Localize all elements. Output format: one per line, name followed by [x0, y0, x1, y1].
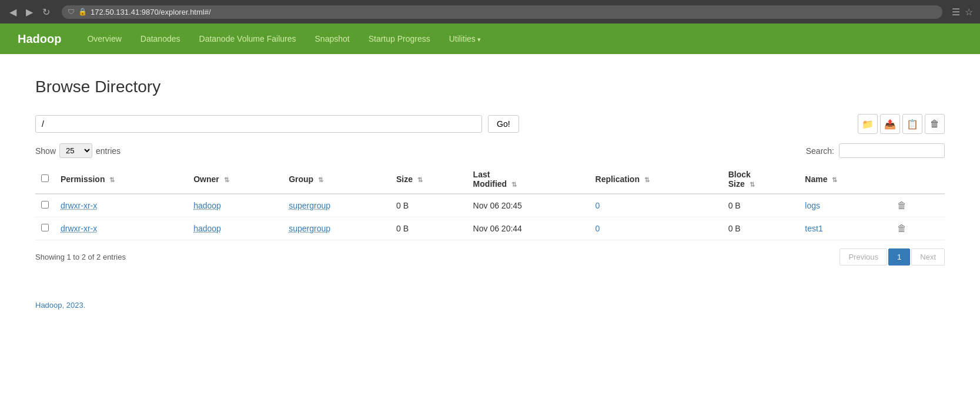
- row-owner-0: hadoop: [188, 194, 283, 217]
- footer: Hadoop, 2023.: [0, 289, 980, 333]
- star-icon[interactable]: ☆: [965, 6, 973, 18]
- forward-button[interactable]: ▶: [24, 4, 35, 20]
- row-checkbox-0[interactable]: [41, 201, 49, 209]
- row-name-1: test1: [799, 217, 888, 240]
- browser-chrome: ◀ ▶ ↻ 🛡 🔒 172.50.131.41:9870/explorer.ht…: [0, 0, 980, 23]
- replication-link-0[interactable]: 0: [596, 201, 600, 210]
- header-last-modified[interactable]: LastModified ⇅: [467, 165, 590, 194]
- action-icons: 📁 📤 📋 🗑: [858, 114, 945, 134]
- sort-name-icon: ⇅: [832, 176, 837, 183]
- trash-icon: 🗑: [930, 119, 939, 129]
- owner-value-1: hadoop: [193, 224, 221, 233]
- header-actions: [888, 165, 945, 194]
- row-last-modified-0: Nov 06 20:45: [467, 194, 590, 217]
- nav-item-snapshot[interactable]: Snapshot: [307, 31, 358, 47]
- permission-value-0: drwxr-xr-x: [61, 201, 97, 210]
- group-value-0: supergroup: [289, 201, 330, 210]
- main-content: Browse Directory Go! 📁 📤 📋 🗑 Show 10 2: [0, 54, 980, 289]
- header-size-label: Size: [396, 174, 413, 184]
- entries-select[interactable]: 10 25 50 100: [59, 143, 92, 158]
- header-name-label: Name: [805, 174, 827, 184]
- row-replication-0: 0: [590, 194, 723, 217]
- sort-owner-icon: ⇅: [224, 176, 229, 183]
- name-link-1[interactable]: test1: [805, 224, 822, 233]
- pagination-buttons: Previous 1 Next: [839, 248, 945, 266]
- nav-link-startup-progress[interactable]: Startup Progress: [360, 31, 439, 47]
- dir-controls: Go! 📁 📤 📋 🗑: [35, 114, 945, 134]
- row-group-0: supergroup: [283, 194, 390, 217]
- browser-actions: ☰ ☆: [952, 6, 973, 18]
- sort-permission-icon: ⇅: [109, 176, 115, 183]
- navbar-items: Overview Datanodes Datanode Volume Failu…: [79, 31, 489, 47]
- previous-button[interactable]: Previous: [839, 248, 887, 266]
- sort-replication-icon: ⇅: [644, 176, 650, 183]
- clipboard-icon-btn[interactable]: 🗑: [925, 114, 945, 134]
- row-name-0: logs: [799, 194, 888, 217]
- bookmark-list-icon[interactable]: ☰: [952, 6, 960, 18]
- row-delete-1: 🗑: [888, 217, 945, 240]
- table-header-row: Permission ⇅ Owner ⇅ Group ⇅ Size ⇅ Last…: [35, 165, 945, 194]
- row-replication-1: 0: [590, 217, 723, 240]
- nav-link-datanodes[interactable]: Datanodes: [132, 31, 189, 47]
- folder-icon-btn[interactable]: 📁: [858, 114, 878, 134]
- nav-item-startup-progress[interactable]: Startup Progress: [360, 31, 439, 47]
- address-bar: 🛡 🔒 172.50.131.41:9870/explorer.html#/: [62, 5, 942, 19]
- nav-link-utilities[interactable]: Utilities: [441, 31, 489, 47]
- row-checkbox-1[interactable]: [41, 224, 49, 231]
- group-value-1: supergroup: [289, 224, 330, 233]
- header-group[interactable]: Group ⇅: [283, 165, 390, 194]
- nav-link-snapshot[interactable]: Snapshot: [307, 31, 358, 47]
- name-link-0[interactable]: logs: [805, 201, 820, 210]
- sort-last-modified-icon: ⇅: [511, 181, 517, 188]
- nav-item-overview[interactable]: Overview: [79, 31, 129, 47]
- nav-item-datanodes[interactable]: Datanodes: [132, 31, 189, 47]
- go-button[interactable]: Go!: [488, 115, 519, 133]
- nav-item-utilities[interactable]: Utilities: [441, 31, 489, 47]
- nav-link-overview[interactable]: Overview: [79, 31, 129, 47]
- header-permission-label: Permission: [61, 174, 105, 184]
- header-block-size[interactable]: BlockSize ⇅: [723, 165, 800, 194]
- directory-table: Permission ⇅ Owner ⇅ Group ⇅ Size ⇅ Last…: [35, 165, 945, 240]
- nav-link-datanode-volume-failures[interactable]: Datanode Volume Failures: [191, 31, 305, 47]
- back-button[interactable]: ◀: [7, 4, 19, 20]
- header-size[interactable]: Size ⇅: [390, 165, 467, 194]
- delete-button-1[interactable]: 🗑: [894, 222, 910, 235]
- row-delete-0: 🗑: [888, 194, 945, 217]
- show-entries-control: Show 10 25 50 100 entries: [35, 143, 121, 158]
- table-row: drwxr-xr-x hadoop supergroup 0 B Nov 06 …: [35, 217, 945, 240]
- file-list-icon-btn[interactable]: 📋: [902, 114, 922, 134]
- nav-item-datanode-volume-failures[interactable]: Datanode Volume Failures: [191, 31, 305, 47]
- entries-label: entries: [96, 146, 121, 156]
- header-replication-label: Replication: [596, 174, 640, 184]
- header-name[interactable]: Name ⇅: [799, 165, 888, 194]
- shield-icon: 🛡: [68, 8, 75, 16]
- header-group-label: Group: [289, 174, 313, 184]
- upload-icon-btn[interactable]: 📤: [880, 114, 900, 134]
- header-last-modified-label: LastModified: [473, 170, 507, 189]
- sort-block-size-icon: ⇅: [750, 181, 755, 188]
- upload-icon: 📤: [884, 119, 896, 130]
- sort-group-icon: ⇅: [318, 176, 323, 183]
- header-permission[interactable]: Permission ⇅: [55, 165, 188, 194]
- replication-link-1[interactable]: 0: [596, 224, 600, 233]
- header-replication[interactable]: Replication ⇅: [590, 165, 723, 194]
- select-all-checkbox[interactable]: [41, 174, 49, 182]
- search-label: Search:: [806, 146, 834, 156]
- row-size-0: 0 B: [390, 194, 467, 217]
- delete-button-0[interactable]: 🗑: [894, 199, 910, 212]
- table-row: drwxr-xr-x hadoop supergroup 0 B Nov 06 …: [35, 194, 945, 217]
- url-text: 172.50.131.41:9870/explorer.html#/: [91, 8, 936, 16]
- row-group-1: supergroup: [283, 217, 390, 240]
- page-1-button[interactable]: 1: [888, 248, 910, 266]
- header-owner-label: Owner: [193, 174, 219, 184]
- navbar-brand[interactable]: Hadoop: [18, 32, 61, 46]
- row-owner-1: hadoop: [188, 217, 283, 240]
- header-owner[interactable]: Owner ⇅: [188, 165, 283, 194]
- path-input[interactable]: [35, 115, 482, 133]
- row-permission-1: drwxr-xr-x: [55, 217, 188, 240]
- search-input[interactable]: [839, 143, 945, 158]
- next-button[interactable]: Next: [911, 248, 945, 266]
- header-block-size-label: BlockSize: [728, 170, 751, 189]
- header-checkbox: [35, 165, 55, 194]
- reload-button[interactable]: ↻: [40, 4, 52, 20]
